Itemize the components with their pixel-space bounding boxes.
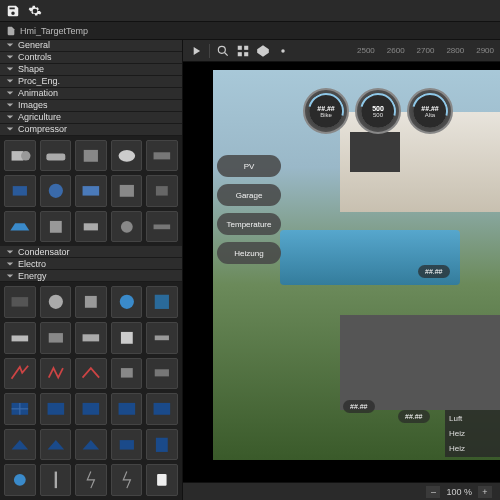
- svg-rect-10: [156, 186, 168, 195]
- asset-thumb[interactable]: [4, 211, 36, 243]
- hmi-btn-temperature[interactable]: Temperature: [217, 213, 281, 235]
- readout[interactable]: ##.##: [398, 410, 430, 423]
- asset-thumb[interactable]: [4, 429, 36, 461]
- asset-thumb[interactable]: [111, 464, 143, 496]
- asset-thumb[interactable]: [40, 211, 72, 243]
- asset-thumb[interactable]: [146, 393, 178, 425]
- svg-rect-26: [121, 369, 133, 378]
- asset-thumb[interactable]: [40, 429, 72, 461]
- palette-compressor: [0, 136, 182, 247]
- settings-icon[interactable]: [276, 44, 290, 58]
- asset-thumb[interactable]: [111, 358, 143, 390]
- svg-rect-46: [244, 45, 248, 49]
- gauge-500[interactable]: 500 500: [355, 88, 401, 134]
- asset-thumb[interactable]: [4, 393, 36, 425]
- asset-thumb[interactable]: [75, 358, 107, 390]
- design-canvas[interactable]: ##.## Bike 500 500 ##.## Alta PV Garage: [213, 70, 500, 460]
- asset-thumb[interactable]: [146, 140, 178, 172]
- svg-marker-11: [10, 223, 29, 230]
- chevron-down-icon: [6, 53, 14, 61]
- asset-thumb[interactable]: [111, 322, 143, 354]
- panel-row-heiz2[interactable]: Heiz: [449, 444, 496, 453]
- zoom-value: 100 %: [446, 487, 472, 497]
- readout[interactable]: ##.##: [418, 265, 450, 278]
- gauge-alta[interactable]: ##.## Alta: [407, 88, 453, 134]
- cat-general[interactable]: General: [0, 40, 182, 52]
- gauge-bike[interactable]: ##.## Bike: [303, 88, 349, 134]
- zoom-in-button[interactable]: +: [478, 486, 492, 498]
- layers-icon[interactable]: [256, 44, 270, 58]
- gear-icon[interactable]: [28, 4, 42, 18]
- asset-thumb[interactable]: [75, 175, 107, 207]
- svg-rect-13: [84, 223, 98, 230]
- asset-thumb[interactable]: [111, 393, 143, 425]
- chevron-down-icon: [6, 113, 14, 121]
- asset-thumb[interactable]: [146, 464, 178, 496]
- gauge-label: 500: [373, 112, 383, 118]
- cat-condensator[interactable]: Condensator: [0, 246, 182, 258]
- asset-thumb[interactable]: [111, 211, 143, 243]
- asset-thumb[interactable]: [111, 429, 143, 461]
- grid-icon[interactable]: [236, 44, 250, 58]
- cat-label: Animation: [18, 88, 58, 98]
- asset-thumb[interactable]: [146, 358, 178, 390]
- zoom-icon[interactable]: [216, 44, 230, 58]
- panel-row-luft[interactable]: Luft: [449, 414, 496, 423]
- asset-thumb[interactable]: [4, 464, 36, 496]
- asset-thumb[interactable]: [40, 393, 72, 425]
- asset-thumb[interactable]: [146, 286, 178, 318]
- asset-thumb[interactable]: [146, 211, 178, 243]
- cat-electro[interactable]: Electro: [0, 258, 182, 270]
- asset-sidebar[interactable]: General Controls Shape Proc_Eng. Animati…: [0, 40, 183, 500]
- zoom-out-button[interactable]: –: [426, 486, 440, 498]
- asset-thumb[interactable]: [40, 140, 72, 172]
- asset-thumb[interactable]: [4, 322, 36, 354]
- play-icon[interactable]: [189, 44, 203, 58]
- chevron-down-icon: [6, 77, 14, 85]
- readout[interactable]: ##.##: [343, 400, 375, 413]
- save-icon[interactable]: [6, 4, 20, 18]
- panel-row-heiz[interactable]: Heiz: [449, 429, 496, 438]
- cat-controls[interactable]: Controls: [0, 52, 182, 64]
- stage[interactable]: ##.## Bike 500 500 ##.## Alta PV Garage: [183, 62, 500, 482]
- asset-thumb[interactable]: [40, 358, 72, 390]
- asset-thumb[interactable]: [4, 175, 36, 207]
- gauge-value: ##.##: [317, 105, 335, 112]
- asset-thumb[interactable]: [75, 286, 107, 318]
- asset-thumb[interactable]: [75, 393, 107, 425]
- asset-thumb[interactable]: [75, 464, 107, 496]
- asset-thumb[interactable]: [75, 211, 107, 243]
- hmi-btn-heizung[interactable]: Heizung: [217, 242, 281, 264]
- asset-thumb[interactable]: [4, 140, 36, 172]
- cat-images[interactable]: Images: [0, 100, 182, 112]
- cat-energy[interactable]: Energy: [0, 270, 182, 282]
- asset-thumb[interactable]: [75, 429, 107, 461]
- cat-label: Compressor: [18, 124, 67, 134]
- asset-thumb[interactable]: [40, 464, 72, 496]
- asset-thumb[interactable]: [111, 140, 143, 172]
- cat-animation[interactable]: Animation: [0, 88, 182, 100]
- asset-thumb[interactable]: [4, 358, 36, 390]
- asset-thumb[interactable]: [4, 286, 36, 318]
- readout-value: ##.##: [405, 413, 423, 420]
- cat-label: Electro: [18, 259, 46, 269]
- asset-thumb[interactable]: [75, 322, 107, 354]
- svg-rect-25: [155, 335, 169, 340]
- hmi-btn-garage[interactable]: Garage: [217, 184, 281, 206]
- cat-proceng[interactable]: Proc_Eng.: [0, 76, 182, 88]
- cat-shape[interactable]: Shape: [0, 64, 182, 76]
- cat-agriculture[interactable]: Agriculture: [0, 112, 182, 124]
- tick: 2800: [446, 46, 464, 55]
- asset-thumb[interactable]: [75, 140, 107, 172]
- cat-compressor[interactable]: Compressor: [0, 124, 182, 136]
- asset-thumb[interactable]: [146, 322, 178, 354]
- asset-thumb[interactable]: [40, 322, 72, 354]
- asset-thumb[interactable]: [146, 429, 178, 461]
- asset-thumb[interactable]: [111, 286, 143, 318]
- asset-thumb[interactable]: [111, 175, 143, 207]
- asset-thumb[interactable]: [40, 175, 72, 207]
- asset-thumb[interactable]: [40, 286, 72, 318]
- asset-thumb[interactable]: [146, 175, 178, 207]
- svg-rect-31: [47, 403, 64, 415]
- hmi-btn-pv[interactable]: PV: [217, 155, 281, 177]
